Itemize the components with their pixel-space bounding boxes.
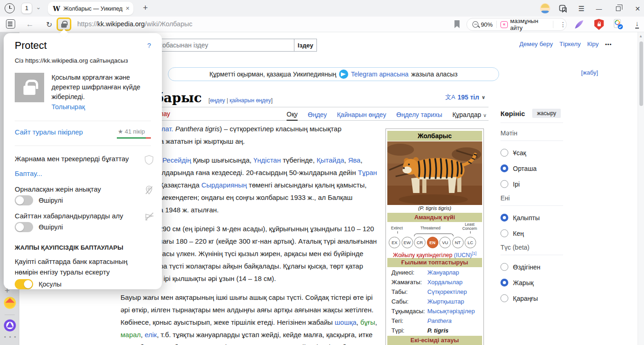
register-link[interactable]: Тіркелу xyxy=(559,41,581,47)
taxonomy-row: Дүниесі:Жануарлар xyxy=(387,268,482,277)
edit-link[interactable]: өңдеу xyxy=(210,97,225,104)
notifications-toggle[interactable] xyxy=(15,222,33,232)
adblock-label: Жарнама мен трекерлерді бұғаттау xyxy=(15,155,129,163)
browser-window: 1 ⌄ W Жолбарыс — Уикипеди ✕ + ☰ — ✕ ← ↻ … xyxy=(0,0,644,345)
scroll-up-icon[interactable]: ▲ xyxy=(639,34,643,38)
phylum-link[interactable]: Хордалылар xyxy=(427,277,462,287)
status-en-active[interactable]: EN xyxy=(427,237,438,248)
title-edit-links: [өңдеу | қайнарын өңдеу] xyxy=(208,97,272,104)
docs-extension-icon[interactable] xyxy=(612,18,624,30)
scrollbar-thumb[interactable] xyxy=(639,41,643,106)
back-icon[interactable]: ← xyxy=(24,18,36,30)
tiger-image[interactable] xyxy=(387,141,482,205)
history-clock-icon[interactable] xyxy=(5,3,15,13)
tab-edit-source[interactable]: Қайнарын өңдеу xyxy=(337,111,386,118)
status-header: Амандық күйі xyxy=(387,213,482,222)
status-cr[interactable]: CR xyxy=(414,237,426,248)
tab-edit[interactable]: Өңдеу xyxy=(308,111,327,118)
download-icon[interactable]: ↓ xyxy=(631,18,643,30)
collections-icon[interactable] xyxy=(558,3,569,14)
edit-source-link[interactable]: қайнарын өңдеу xyxy=(230,97,271,104)
chevron-down-icon[interactable]: ⌄ xyxy=(36,4,41,11)
protect-title: Protect xyxy=(15,40,47,52)
tab-history[interactable]: Өңделу тарихы xyxy=(397,111,443,118)
radio-text-small[interactable]: Ұсақ xyxy=(500,149,563,157)
taxonomy-row: Тұқымдасы:Мысықтәрізділер xyxy=(387,306,482,316)
bankcard-toggle[interactable] xyxy=(15,279,33,289)
search-button[interactable]: Іздеу xyxy=(294,39,317,52)
radio-color-light[interactable]: Жарық xyxy=(500,279,563,287)
radio-width-standard[interactable]: Қалыпты xyxy=(500,214,563,222)
zoom-level[interactable]: 90% xyxy=(481,21,493,28)
tab-tools[interactable]: Құралдар ∨ xyxy=(452,111,487,118)
family-link[interactable]: Мысықтәрізділер xyxy=(427,306,475,316)
help-link[interactable]: ? xyxy=(147,41,151,49)
mail-app-icon[interactable] xyxy=(4,297,16,309)
reviews-count[interactable]: ★ 41 пікір xyxy=(118,128,145,135)
tab-counter[interactable]: 1 xyxy=(21,3,32,14)
active-tab[interactable]: W Жолбарыс — Уикипеди ✕ xyxy=(48,2,133,15)
zoom-icon[interactable] xyxy=(472,21,478,28)
appearance-title: Көрініс xyxy=(500,110,525,117)
maximize-button[interactable] xyxy=(613,3,624,14)
profile-avatar[interactable] xyxy=(540,3,550,13)
order-link[interactable]: Жыртқыштар xyxy=(427,297,464,306)
reference-1[interactable]: [1] xyxy=(472,251,477,256)
notifications-label: Сайттан хабарландыруларды алу xyxy=(15,212,123,220)
sidebar-panels-icon[interactable] xyxy=(6,19,15,29)
adblock-setup-link[interactable]: Баптау... xyxy=(15,170,42,177)
kingdom-link[interactable]: Жануарлар xyxy=(427,268,459,277)
close-window-button[interactable]: ✕ xyxy=(632,3,643,14)
login-link[interactable]: Кіру xyxy=(587,41,598,47)
telegram-link[interactable]: Telegram арнасына xyxy=(351,70,408,78)
donate-link[interactable]: Демеу беру xyxy=(519,41,553,47)
more-options-icon[interactable]: ⋮ xyxy=(560,21,566,28)
status-lc[interactable]: LC xyxy=(465,237,476,248)
bookmark-icon[interactable] xyxy=(454,20,460,29)
tab-read[interactable]: Оқу xyxy=(287,109,298,121)
status-vu[interactable]: VU xyxy=(439,237,451,248)
telegram-icon xyxy=(339,70,348,79)
location-toggle[interactable] xyxy=(15,195,33,205)
class-link[interactable]: Сүтқоректілер xyxy=(427,287,467,297)
read-aloud-button[interactable]: мазмұнын айту xyxy=(510,18,549,31)
rating-bar xyxy=(117,137,151,139)
details-link[interactable]: Толығырақ xyxy=(52,103,85,111)
taxonomy-row: Сабы:Жыртқыштар xyxy=(387,297,482,306)
radio-color-automatic[interactable]: Өздігінен xyxy=(500,263,563,271)
address-pill: 90% « мазмұнын айту ⋮ xyxy=(466,18,567,31)
site-reviews-link[interactable]: Сайт туралы пікірлер xyxy=(15,128,83,136)
status-nt[interactable]: NT xyxy=(452,237,464,248)
radio-text-large[interactable]: Ірі xyxy=(500,180,563,194)
banner-close-link[interactable]: [жабу] xyxy=(581,69,598,76)
address-toolbar: ← ↻ https://kk.wikipedia.org/wiki/Жолбар… xyxy=(0,17,644,32)
radio-text-standard[interactable]: Орташа xyxy=(500,164,563,172)
feather-extension-icon[interactable] xyxy=(573,18,585,30)
new-tab-button[interactable]: + xyxy=(139,2,151,14)
tab-close-icon[interactable]: ✕ xyxy=(126,6,130,12)
color-section-label: Түс (beta) xyxy=(500,244,563,255)
appearance-hide-button[interactable]: жасыру xyxy=(532,109,561,118)
radio-width-wide[interactable]: Кең xyxy=(500,229,563,244)
read-aloud-icon[interactable]: « xyxy=(500,21,508,28)
taxonomy-row: Тегі:Panthera xyxy=(387,316,482,326)
alice-app-icon[interactable] xyxy=(4,319,16,332)
page-scrollbar[interactable]: ▲ xyxy=(638,32,644,345)
site-line: Сіз https://kk.wikipedia.org сайтындасыз xyxy=(15,57,128,64)
security-settings-header: ЖАЛПЫ ҚАУІПСІЗДІК БАПТАУЛАРЫ xyxy=(15,244,123,251)
protect-shield-icon[interactable] xyxy=(593,18,605,30)
genus-link[interactable]: Panthera xyxy=(427,316,452,326)
status-ew[interactable]: EW xyxy=(402,237,413,248)
strip-more-icon[interactable]: • • • xyxy=(4,334,17,339)
reload-icon[interactable]: ↻ xyxy=(43,18,55,30)
url-text[interactable]: https://kk.wikipedia.org/wiki/Жолбарыс xyxy=(77,20,192,28)
appearance-panel: Көрініс жасыру Мәтін Ұсақ Орташа Ірі Ені… xyxy=(500,109,563,302)
menu-icon[interactable]: ☰ xyxy=(576,3,587,14)
article-tabs: Талқылау Оқу Өңдеу Қайнарын өңдеу Өңделу… xyxy=(121,109,489,121)
radio-color-dark[interactable]: Қараңғы xyxy=(500,294,563,302)
minimize-button[interactable]: — xyxy=(593,3,604,14)
more-links-icon[interactable]: ••• xyxy=(605,41,612,47)
connection-text: Қосылым қорғалған және деректер шифрланғ… xyxy=(52,73,151,102)
language-selector[interactable]: 文A 195 тіл ∨ xyxy=(445,93,486,101)
status-ex[interactable]: EX xyxy=(389,237,400,248)
